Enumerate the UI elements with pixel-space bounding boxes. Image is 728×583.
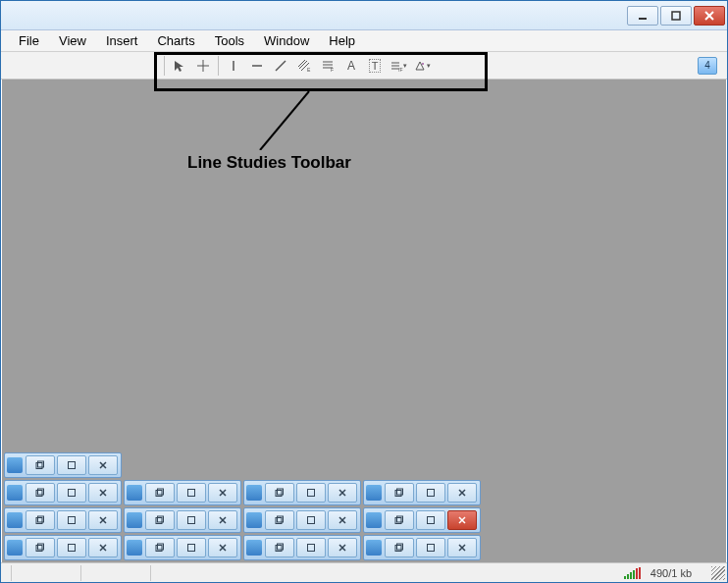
equidistant-channel-tool[interactable]: E: [293, 55, 315, 77]
svg-rect-80: [308, 545, 315, 552]
mdi-workspace: [2, 80, 726, 562]
menu-file[interactable]: File: [9, 31, 49, 50]
child-maximize-button[interactable]: [296, 483, 326, 503]
child-maximize-button[interactable]: [57, 538, 86, 557]
child-maximize-button[interactable]: [416, 510, 445, 530]
child-restore-button[interactable]: [385, 483, 414, 503]
child-close-button[interactable]: [328, 538, 357, 557]
minimized-chart-window[interactable]: [4, 507, 122, 533]
child-close-button[interactable]: [88, 510, 118, 530]
minimized-chart-window[interactable]: [4, 535, 122, 560]
child-close-button[interactable]: [447, 510, 477, 530]
chart-icon: [7, 457, 23, 473]
child-restore-button[interactable]: [265, 483, 294, 503]
child-close-button[interactable]: [447, 538, 477, 557]
child-maximize-button[interactable]: [416, 538, 445, 557]
menu-insert[interactable]: Insert: [96, 31, 148, 50]
fibonacci-tool[interactable]: F: [317, 55, 338, 77]
child-restore-button[interactable]: [385, 510, 414, 530]
minimized-chart-window[interactable]: [363, 507, 481, 533]
menu-charts[interactable]: Charts: [147, 31, 204, 50]
maximize-button[interactable]: [660, 6, 692, 26]
minimize-button[interactable]: [627, 6, 658, 26]
child-restore-button[interactable]: [26, 455, 55, 475]
svg-rect-68: [38, 544, 44, 550]
child-close-button[interactable]: [328, 483, 357, 503]
minimized-chart-window[interactable]: [243, 535, 361, 560]
statusbar: 490/1 kb: [1, 562, 727, 582]
svg-rect-48: [38, 516, 44, 522]
minimized-chart-window[interactable]: [363, 480, 481, 505]
child-close-button[interactable]: [208, 510, 237, 530]
child-maximize-button[interactable]: [177, 510, 206, 530]
child-restore-button[interactable]: [145, 538, 175, 557]
child-restore-button[interactable]: [265, 510, 294, 530]
child-restore-button[interactable]: [26, 483, 55, 503]
child-restore-button[interactable]: [145, 483, 175, 503]
svg-rect-79: [276, 546, 282, 552]
minimized-chart-window[interactable]: [243, 507, 361, 533]
child-close-button[interactable]: [447, 483, 477, 503]
menu-window[interactable]: Window: [254, 31, 319, 50]
menu-view[interactable]: View: [49, 31, 96, 50]
child-maximize-button[interactable]: [416, 483, 445, 503]
child-maximize-button[interactable]: [57, 510, 86, 530]
svg-text:F: F: [331, 67, 334, 73]
minimized-chart-window[interactable]: [124, 535, 241, 560]
text-label-tool[interactable]: T: [364, 55, 386, 77]
child-restore-button[interactable]: [26, 510, 55, 530]
svg-rect-83: [397, 544, 403, 550]
minimized-chart-window[interactable]: [363, 535, 481, 560]
svg-rect-1: [672, 12, 680, 20]
chart-icon: [127, 540, 142, 556]
resize-grip-icon[interactable]: [711, 566, 725, 580]
child-close-button[interactable]: [88, 538, 118, 557]
chart-icon: [366, 485, 382, 501]
svg-rect-60: [308, 517, 315, 524]
svg-rect-50: [69, 517, 76, 524]
child-close-button[interactable]: [88, 483, 118, 503]
shapes-tool[interactable]: ▾: [411, 55, 433, 77]
child-maximize-button[interactable]: [296, 538, 326, 557]
status-separator: [150, 565, 151, 581]
child-close-button[interactable]: [208, 538, 237, 557]
close-button[interactable]: [694, 6, 725, 26]
crosshair-tool[interactable]: [192, 55, 214, 77]
minimized-chart-window[interactable]: [124, 507, 241, 533]
child-maximize-button[interactable]: [57, 455, 86, 475]
child-maximize-button[interactable]: [296, 510, 326, 530]
status-separator: [11, 565, 12, 581]
svg-rect-53: [158, 516, 164, 522]
text-tool[interactable]: A: [340, 55, 362, 77]
child-window-row: [4, 507, 724, 533]
menu-tools[interactable]: Tools: [205, 31, 254, 50]
cursor-tool[interactable]: [169, 55, 190, 77]
child-close-button[interactable]: [208, 483, 237, 503]
vertical-line-tool[interactable]: [223, 55, 244, 77]
connection-indicator-icon: [624, 567, 641, 579]
horizontal-line-tool[interactable]: [246, 55, 268, 77]
menu-help[interactable]: Help: [319, 31, 365, 50]
minimized-chart-window[interactable]: [4, 452, 122, 478]
child-restore-button[interactable]: [145, 510, 175, 530]
alerts-badge[interactable]: 4: [698, 57, 717, 75]
minimized-chart-window[interactable]: [243, 480, 361, 505]
child-close-button[interactable]: [328, 510, 357, 530]
svg-rect-44: [395, 491, 401, 497]
minimized-chart-window[interactable]: [124, 480, 241, 505]
child-restore-button[interactable]: [265, 538, 294, 557]
child-maximize-button[interactable]: [177, 483, 206, 503]
menubar: File View Insert Charts Tools Window Hel…: [1, 30, 727, 52]
trendline-tool[interactable]: [270, 55, 291, 77]
svg-rect-34: [156, 491, 162, 497]
child-restore-button[interactable]: [26, 538, 55, 557]
child-restore-button[interactable]: [385, 538, 414, 557]
child-maximize-button[interactable]: [57, 483, 86, 503]
svg-rect-24: [36, 463, 42, 469]
minimized-chart-window[interactable]: [4, 480, 122, 505]
child-maximize-button[interactable]: [177, 538, 206, 557]
svg-rect-25: [69, 462, 76, 469]
svg-rect-85: [428, 545, 435, 552]
child-close-button[interactable]: [88, 455, 118, 475]
arrows-tool[interactable]: /F▾: [388, 55, 409, 77]
